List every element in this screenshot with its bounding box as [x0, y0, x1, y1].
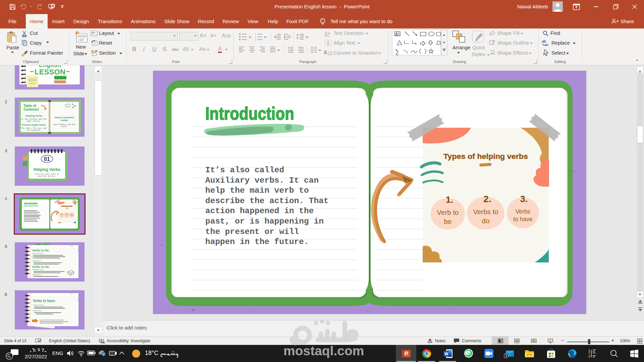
svg-text:Verbs to: Verbs to	[65, 214, 69, 215]
svg-text:1: 1	[255, 33, 256, 36]
svg-text:Auxiliary verbs. It can: Auxiliary verbs. It can	[205, 176, 319, 185]
svg-text:be: be	[444, 218, 452, 225]
svg-text:to have: to have	[70, 215, 74, 216]
svg-text:W: W	[444, 352, 448, 356]
svg-text:A: A	[395, 32, 397, 36]
svg-text:In present tense:: In present tense:	[33, 304, 44, 306]
svg-text:Note:: Note:	[40, 319, 44, 321]
svg-text:It’s also called: It’s also called	[205, 166, 284, 175]
svg-text:Verb to: Verb to	[60, 214, 63, 215]
svg-text:describe the action. That: describe the action. That	[205, 196, 329, 205]
svg-text:action happened in the: action happened in the	[205, 206, 314, 216]
svg-text:Verbs: Verbs	[516, 208, 531, 215]
svg-text:Table of: Table of	[23, 104, 36, 108]
svg-text:Helping Verbs: Helping Verbs	[25, 114, 42, 117]
svg-text:Introduction: Introduction	[24, 202, 38, 205]
svg-text:do: do	[66, 215, 67, 217]
svg-text:Present simple tense:: Present simple tense:	[22, 124, 46, 126]
svg-text:be: be	[61, 215, 62, 217]
svg-text:ac: ac	[545, 43, 549, 46]
svg-text:3.: 3.	[520, 194, 528, 204]
svg-text:vocab:: vocab:	[61, 119, 68, 121]
svg-text:P: P	[405, 351, 408, 357]
svg-text:3: 3	[255, 39, 256, 41]
svg-text:In past tense:: In past tense:	[32, 274, 41, 276]
svg-text:mostaql.com: mostaql.com	[283, 344, 364, 358]
svg-text:to have: to have	[513, 216, 532, 223]
svg-text:1.: 1.	[446, 195, 453, 205]
svg-text:help the main verb to: help the main verb to	[205, 186, 309, 195]
svg-text:A: A	[328, 31, 330, 36]
svg-text:In past tense:: In past tense:	[33, 310, 42, 312]
svg-text:happen in the future.: happen in the future.	[205, 237, 309, 246]
svg-text:Verbs to: Verbs to	[473, 208, 498, 216]
svg-text:Verbs to have:: Verbs to have:	[33, 299, 56, 303]
svg-text:In past tense:: In past tense:	[32, 260, 41, 262]
svg-text:Nawal Aldeeb: Nawal Aldeeb	[54, 81, 66, 83]
svg-text:2: 2	[255, 36, 256, 38]
svg-text:Verb to: Verb to	[437, 208, 459, 216]
svg-text:Verbs to be:: Verbs to be:	[32, 249, 50, 252]
svg-text:Introduction: Introduction	[205, 103, 294, 123]
svg-text:past, or is happening in: past, or is happening in	[205, 217, 324, 226]
svg-text:The keywords.: The keywords.	[26, 129, 41, 131]
svg-text:LESSON: LESSON	[35, 68, 65, 76]
svg-text:the present or will: the present or will	[205, 227, 299, 236]
svg-text:describe action.: describe action.	[38, 175, 56, 177]
svg-text:past tenses.: past tenses.	[27, 120, 41, 122]
svg-text:Contents!: Contents!	[23, 108, 39, 111]
svg-text:Types of helping verbs: Types of helping verbs	[443, 153, 528, 161]
svg-text:2.: 2.	[483, 194, 491, 204]
svg-text:do: do	[482, 217, 490, 225]
svg-text:In present tense:: In present tense:	[32, 269, 44, 270]
svg-text:In present tense:: In present tense:	[32, 253, 44, 254]
svg-text:01: 01	[44, 156, 50, 162]
svg-text:Verbs to do:: Verbs to do:	[32, 265, 50, 268]
svg-text:Presented by:: Presented by:	[54, 77, 66, 79]
svg-text:Helping Verbs: Helping Verbs	[34, 167, 60, 172]
svg-text:roots.: roots.	[61, 125, 68, 128]
svg-text:How to memorize: How to memorize	[55, 116, 74, 119]
